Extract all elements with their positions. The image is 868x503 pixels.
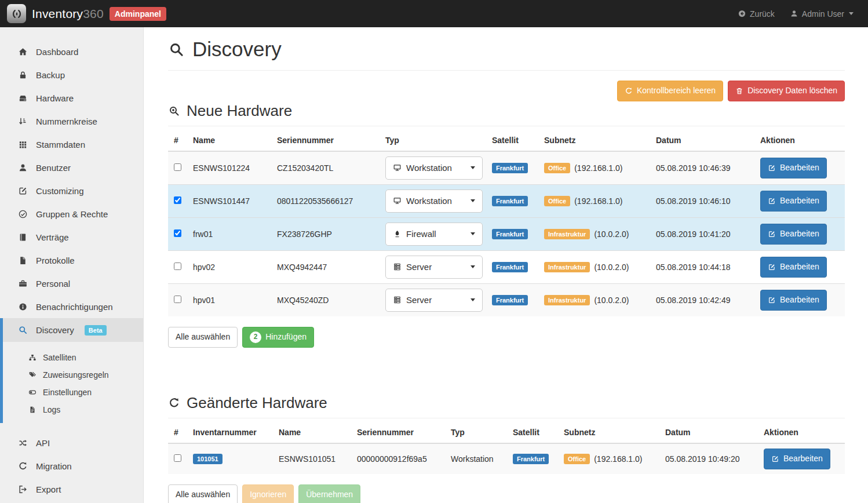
col-actions: Aktionen	[756, 130, 845, 151]
sidebar-item-label: Backup	[36, 70, 65, 80]
sidebar-item-benachrichtigungen[interactable]: Benachrichtigungen	[0, 295, 143, 318]
file-text-icon	[28, 406, 37, 414]
select-all-label: Alle auswählen	[176, 489, 230, 501]
back-label: Zurück	[750, 9, 775, 19]
row-checkbox[interactable]	[174, 163, 181, 171]
delete-discovery-data-label: Discovery Daten löschen	[747, 85, 837, 97]
serial-number: MXQ45240ZD	[277, 296, 329, 305]
back-link[interactable]: Zurück	[738, 9, 775, 19]
sidebar-item-backup[interactable]: Backup	[0, 63, 143, 86]
table-row: ESNWS101447 08011220535666127 Workstatio…	[168, 184, 845, 217]
sidebar-item-dashboard[interactable]: Dashboard	[0, 40, 143, 63]
user-menu[interactable]: Admin User	[790, 9, 854, 19]
clear-control-area-button[interactable]: Kontrollbereich leeren	[617, 81, 723, 101]
edit-button[interactable]: Bearbeiten	[760, 290, 827, 311]
subnet-badge: Infrastruktur	[544, 262, 590, 272]
main-content: Discovery Kontrollbereich leeren Discove…	[144, 27, 868, 503]
sidebar: Dashboard Backup Hardware Nummernkreise …	[0, 27, 144, 503]
sidebar-item-satelliten[interactable]: Satelliten	[3, 349, 143, 366]
user-icon	[790, 9, 798, 18]
type-dropdown[interactable]: Firewall	[385, 223, 483, 246]
trash-icon	[735, 87, 743, 95]
briefcase-icon	[18, 279, 28, 289]
sidebar-item-label: Zuweisungsregeln	[43, 370, 109, 380]
sidebar-item-label: Nummernkreise	[36, 116, 97, 126]
row-checkbox[interactable]	[174, 229, 181, 237]
select-all-button[interactable]: Alle auswählen	[168, 484, 238, 503]
col-subnet: Subnetz	[539, 130, 651, 151]
edit-icon	[768, 230, 776, 238]
type-dropdown[interactable]: Workstation	[385, 189, 483, 213]
table-row: hpv01 MXQ45240ZD Server Frankfurt Infras…	[168, 283, 845, 316]
sidebar-item-export[interactable]: Export	[0, 478, 143, 501]
edit-label: Bearbeiten	[780, 228, 819, 240]
new-hardware-title: Neue Hardware	[168, 102, 845, 126]
sidebar-item-api[interactable]: API	[0, 431, 143, 454]
brand-suffix: 360	[83, 7, 104, 20]
app-logo-icon	[7, 4, 26, 23]
new-hardware-actions: Alle auswählen 2 Hinzufügen	[168, 327, 845, 348]
info-circle-icon	[18, 302, 28, 312]
sidebar-item-label: Satelliten	[43, 353, 76, 362]
server-icon	[393, 263, 402, 271]
row-checkbox[interactable]	[174, 196, 181, 204]
sidebar-item-logs[interactable]: Logs	[3, 401, 143, 418]
sidebar-item-update[interactable]: Update	[0, 501, 143, 503]
ignore-label: Ignorieren	[250, 489, 286, 501]
subnet-value: (10.0.2.0)	[594, 296, 629, 305]
row-checkbox[interactable]	[174, 263, 181, 270]
sidebar-item-customizing[interactable]: Customizing	[0, 179, 143, 202]
sidebar-item-stammdaten[interactable]: Stammdaten	[0, 133, 143, 156]
edit-button[interactable]: Bearbeiten	[760, 257, 827, 278]
type-label: Firewall	[406, 229, 436, 239]
table-row: hpv02 MXQ4942447 Server Frankfurt Infras…	[168, 250, 845, 283]
row-checkbox[interactable]	[174, 296, 181, 303]
sidebar-item-benutzer[interactable]: Benutzer	[0, 156, 143, 179]
row-checkbox[interactable]	[174, 454, 181, 462]
edit-icon	[768, 296, 776, 304]
sidebar-item-hardware[interactable]: Hardware	[0, 86, 143, 110]
col-date: Datum	[661, 422, 759, 443]
sidebar-item-einstellungen[interactable]: Einstellungen	[3, 384, 143, 401]
ignore-button[interactable]: Ignorieren	[242, 484, 294, 503]
monitor-icon	[393, 196, 402, 205]
subnet-value: (192.168.1.0)	[574, 163, 622, 173]
hardware-name: ESNWS101447	[193, 196, 250, 206]
type-label: Server	[406, 262, 432, 272]
sidebar-item-protokolle[interactable]: Protokolle	[0, 249, 143, 272]
table-row: ESNWS101224 CZ15203420TL Workstation Fra…	[168, 151, 845, 185]
sidebar-item-nummernkreise[interactable]: Nummernkreise	[0, 110, 143, 133]
type-dropdown[interactable]: Server	[385, 256, 483, 279]
sidebar-item-gruppen-rechte[interactable]: Gruppen & Rechte	[0, 202, 143, 225]
beta-badge: Beta	[85, 325, 107, 336]
fire-extinguisher-icon	[393, 229, 402, 238]
apply-button[interactable]: Übernehmen	[298, 484, 360, 503]
sidebar-item-personal[interactable]: Personal	[0, 272, 143, 295]
edit-button[interactable]: Bearbeiten	[760, 224, 827, 245]
type-label: Workstation	[406, 163, 452, 173]
caret-down-icon	[849, 12, 854, 15]
type-dropdown[interactable]: Workstation	[385, 156, 483, 180]
sidebar-item-zuweisungsregeln[interactable]: Zuweisungsregeln	[3, 366, 143, 384]
sidebar-item-label: Protokolle	[36, 256, 75, 265]
brand-title: Inventory360	[32, 7, 104, 21]
sidebar-item-migration[interactable]: Migration	[0, 454, 143, 478]
type-dropdown[interactable]: Server	[385, 289, 483, 312]
edit-button[interactable]: Bearbeiten	[760, 191, 827, 212]
discovery-group: Discovery Beta Satelliten Zuweisungsrege…	[0, 318, 143, 423]
sidebar-item-discovery[interactable]: Discovery Beta	[3, 318, 143, 342]
subnet-badge: Office	[544, 163, 570, 173]
sidebar-item-label: API	[36, 438, 50, 448]
delete-discovery-data-button[interactable]: Discovery Daten löschen	[728, 81, 845, 101]
arrow-left-circle-icon	[738, 9, 746, 18]
add-button[interactable]: 2 Hinzufügen	[242, 327, 314, 348]
col-satellite: Satellit	[508, 422, 559, 443]
edit-button[interactable]: Bearbeiten	[764, 449, 830, 469]
select-all-button[interactable]: Alle auswählen	[168, 327, 238, 348]
edit-button[interactable]: Bearbeiten	[760, 158, 827, 178]
serial-number: CZ15203420TL	[277, 163, 333, 173]
col-serial: Seriennummer	[352, 422, 446, 443]
tags-icon	[28, 371, 37, 379]
sidebar-item-vertraege[interactable]: Verträge	[0, 225, 143, 249]
sidebar-item-label: Migration	[36, 461, 72, 471]
